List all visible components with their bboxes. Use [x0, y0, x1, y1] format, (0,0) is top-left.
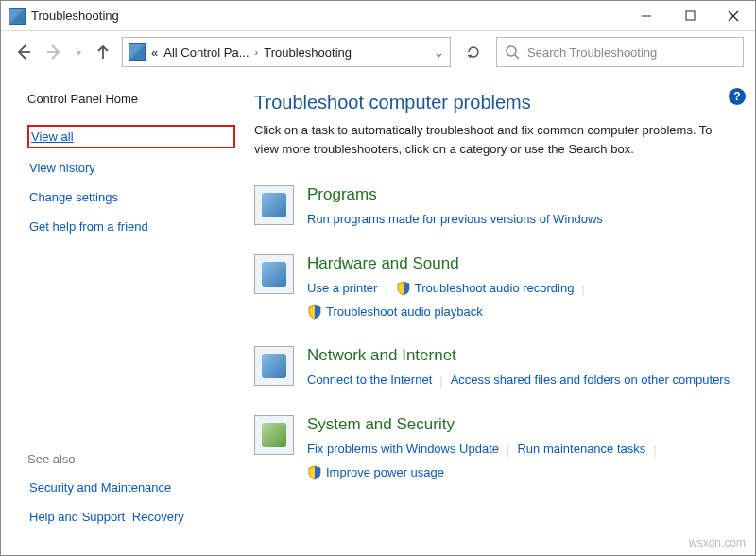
hardware-icon — [254, 254, 294, 294]
back-button[interactable] — [12, 41, 35, 63]
shield-icon — [396, 281, 411, 296]
app-icon — [9, 8, 26, 25]
see-also-security[interactable]: Security and Maintenance — [27, 479, 173, 495]
category-network: Network and Internet Connect to the Inte… — [254, 346, 738, 392]
sidebar: Control Panel Home View all View history… — [1, 73, 235, 556]
divider: | — [507, 443, 517, 457]
titlebar: Troubleshooting — [1, 1, 755, 31]
divider: | — [385, 282, 395, 296]
sidebar-view-history[interactable]: View history — [27, 160, 235, 176]
up-button[interactable] — [92, 41, 114, 63]
main-content: Troubleshoot computer problems Click on … — [235, 73, 755, 556]
address-bar[interactable]: « All Control Pa... › Troubleshooting ⌄ — [122, 37, 451, 67]
minimize-icon — [641, 10, 652, 22]
see-also-recovery[interactable]: Recovery — [130, 509, 186, 525]
category-system: System and Security Fix problems with Wi… — [254, 415, 738, 484]
category-network-title[interactable]: Network and Internet — [307, 346, 737, 365]
breadcrumb-prefix: « — [151, 45, 158, 60]
maximize-button[interactable] — [668, 1, 712, 31]
back-arrow-icon — [15, 43, 32, 61]
chevron-down-icon[interactable]: ⌄ — [434, 45, 444, 60]
minimize-button[interactable] — [625, 1, 668, 31]
divider: | — [439, 374, 450, 388]
breadcrumb-icon — [129, 43, 146, 61]
search-input[interactable]: Search Troubleshooting — [496, 37, 744, 67]
close-icon — [728, 10, 739, 22]
link-audio-play[interactable]: Troubleshoot audio playback — [307, 301, 490, 324]
window-controls — [625, 1, 755, 31]
svg-point-7 — [507, 46, 516, 56]
shield-icon — [307, 304, 322, 320]
link-audio-rec-label: Troubleshoot audio recording — [415, 277, 575, 301]
see-also-header: See also — [27, 452, 235, 466]
category-hardware: Hardware and Sound Use a printer | Troub… — [254, 254, 738, 323]
close-button[interactable] — [712, 1, 755, 31]
link-connect-internet[interactable]: Connect to the Internet — [307, 369, 439, 392]
page-description: Click on a task to automatically trouble… — [254, 121, 738, 159]
refresh-icon — [466, 44, 481, 60]
breadcrumb-current[interactable]: Troubleshooting — [264, 45, 352, 60]
svg-line-8 — [515, 55, 519, 59]
history-dropdown[interactable]: ▾ — [73, 41, 84, 63]
link-use-printer[interactable]: Use a printer — [307, 277, 385, 301]
control-panel-home-link[interactable]: Control Panel Home — [27, 92, 235, 106]
sidebar-change-settings[interactable]: Change settings — [27, 189, 235, 205]
page-title: Troubleshoot computer problems — [254, 92, 738, 113]
category-hardware-title[interactable]: Hardware and Sound — [307, 254, 738, 273]
link-run-compat[interactable]: Run programs made for previous versions … — [307, 208, 610, 232]
programs-icon — [254, 185, 294, 225]
network-icon — [254, 346, 294, 386]
category-system-title[interactable]: System and Security — [307, 415, 738, 434]
window-title: Troubleshooting — [31, 9, 119, 23]
sidebar-view-all[interactable]: View all — [27, 125, 235, 148]
system-icon — [254, 415, 294, 455]
category-programs-title[interactable]: Programs — [307, 185, 610, 204]
watermark: wsxdn.com — [689, 536, 746, 549]
forward-arrow-icon — [45, 43, 62, 61]
link-windows-update[interactable]: Fix problems with Windows Update — [307, 438, 507, 461]
refresh-button[interactable] — [458, 37, 489, 67]
category-programs: Programs Run programs made for previous … — [254, 185, 738, 232]
shield-icon — [307, 465, 322, 480]
forward-button[interactable] — [43, 41, 65, 63]
svg-rect-1 — [686, 11, 695, 20]
maximize-icon — [685, 10, 696, 21]
link-power-usage-label: Improve power usage — [326, 461, 444, 485]
navbar: ▾ « All Control Pa... › Troubleshooting … — [1, 31, 755, 73]
divider: | — [581, 282, 592, 296]
sidebar-get-help[interactable]: Get help from a friend — [27, 218, 235, 235]
search-placeholder: Search Troubleshooting — [527, 45, 657, 60]
up-arrow-icon — [94, 43, 112, 61]
search-icon — [505, 44, 520, 60]
link-audio-rec[interactable]: Troubleshoot audio recording — [396, 277, 582, 301]
link-audio-play-label: Troubleshoot audio playback — [326, 301, 483, 324]
link-power-usage[interactable]: Improve power usage — [307, 461, 452, 485]
chevron-right-icon: › — [255, 46, 259, 58]
see-also-help[interactable]: Help and Support — [27, 509, 127, 525]
divider: | — [653, 443, 663, 457]
breadcrumb-panel[interactable]: All Control Pa... — [163, 45, 249, 60]
link-shared-files[interactable]: Access shared files and folders on other… — [451, 369, 738, 392]
link-maintenance[interactable]: Run maintenance tasks — [517, 438, 653, 461]
